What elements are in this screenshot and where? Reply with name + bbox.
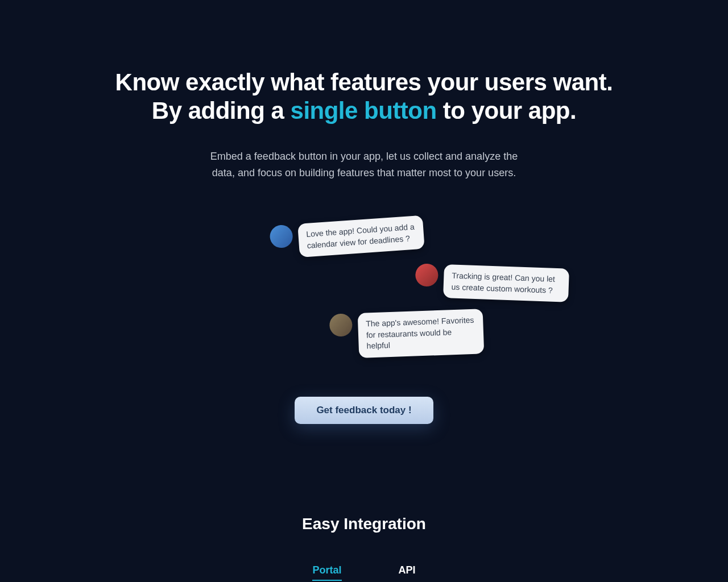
hero-title-line2-post: to your app. <box>437 97 577 124</box>
hero-title-highlight: single button <box>291 97 437 124</box>
hero-title-line1: Know exactly what features your users wa… <box>115 69 613 95</box>
avatar <box>269 225 293 249</box>
tab-portal[interactable]: Portal <box>312 564 341 581</box>
integration-section-title: Easy Integration <box>0 515 728 533</box>
hero-subtitle: Embed a feedback button in your app, let… <box>205 148 523 181</box>
tab-api[interactable]: API <box>399 564 416 581</box>
get-feedback-button[interactable]: Get feedback today ! <box>295 397 433 424</box>
avatar <box>329 314 353 337</box>
feedback-bubble: Tracking is great! Can you let us create… <box>443 264 569 302</box>
feedback-messages: Love the app! Could you add a calendar v… <box>80 221 648 346</box>
feedback-bubble: Love the app! Could you add a calendar v… <box>297 215 425 257</box>
feedback-message: Love the app! Could you add a calendar v… <box>269 215 424 260</box>
hero-title-line2-pre: By adding a <box>152 97 291 124</box>
avatar <box>415 264 439 287</box>
integration-tabs: Portal API <box>0 564 728 581</box>
feedback-bubble: The app's awesome! Favorites for restaur… <box>358 309 485 358</box>
hero-title: Know exactly what features your users wa… <box>80 68 648 126</box>
feedback-message: The app's awesome! Favorites for restaur… <box>329 309 485 359</box>
feedback-message: Tracking is great! Can you let us create… <box>415 264 569 303</box>
